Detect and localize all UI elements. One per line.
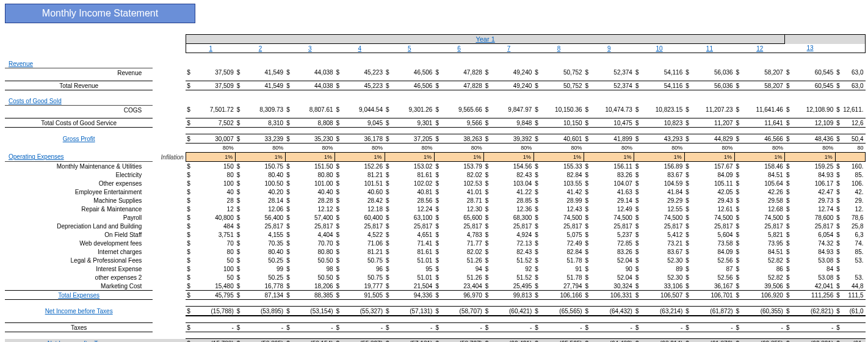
value-cell: 44,829 <box>690 134 735 144</box>
value-cell: 25,8 <box>841 222 866 230</box>
value-cell: 12 <box>192 205 236 213</box>
value-cell: 25,817 <box>241 222 285 230</box>
value-cell: 30,324 <box>590 282 634 291</box>
value-cell: 54,116 <box>640 68 685 78</box>
inflation-cell: 1% <box>285 153 335 162</box>
value-cell: 50.50 <box>291 256 335 264</box>
value-cell: 12. <box>841 205 866 213</box>
niat-value: (61,872) <box>690 339 735 343</box>
nibt-value: (53,154) <box>291 307 335 316</box>
value-cell: 88,385 <box>291 291 335 300</box>
inflation-cell: 1% <box>634 153 684 162</box>
value-cell: 33,106 <box>640 282 685 291</box>
opex-row-label: Legal & Professional Fees <box>5 256 153 264</box>
value-cell: 27,794 <box>540 282 584 291</box>
value-cell: 10,474.73 <box>590 106 634 115</box>
value-cell: 52.30 <box>640 256 685 264</box>
value-cell: 53.08 <box>791 256 836 264</box>
niat-value: (60,355) <box>740 339 785 343</box>
month-header: 6 <box>434 44 483 53</box>
value-cell: 25,817 <box>640 222 685 230</box>
value-cell: 82.84 <box>540 170 584 179</box>
value-cell: 158.46 <box>740 162 785 171</box>
cogs-section: Costs of Good Sold <box>5 96 153 106</box>
value-cell: 153.02 <box>391 162 435 171</box>
month-header: 3 <box>285 44 335 53</box>
value-cell: 106. <box>841 179 866 187</box>
value-cell: 29. <box>841 196 866 205</box>
value-cell: 103.04 <box>490 179 533 187</box>
value-cell: 28.99 <box>540 196 584 205</box>
value-cell: 6,3 <box>841 230 866 239</box>
value-cell: 9,566 <box>440 118 484 128</box>
value-cell: 8,309.73 <box>241 106 285 115</box>
value-cell: 49,240 <box>490 81 533 90</box>
value-cell: 50,4 <box>841 134 866 144</box>
value-cell: 28.14 <box>241 196 285 205</box>
value-cell: 71.06 <box>341 239 385 247</box>
value-cell: 39,506 <box>740 282 785 291</box>
value-cell: 12.55 <box>640 205 685 213</box>
sheet-title: Monthly Income Statement <box>5 4 195 23</box>
value-cell: 84.93 <box>791 247 836 256</box>
value-cell: 78,6 <box>841 213 866 222</box>
value-cell: 48,436 <box>791 134 836 144</box>
value-cell: 50,752 <box>540 81 584 90</box>
value-cell: 60,400 <box>341 213 385 222</box>
value-cell: 78,600 <box>791 213 836 222</box>
nibt-value: (53,895) <box>241 307 285 316</box>
value-cell: 96,970 <box>440 291 484 300</box>
value-cell: 10,150.36 <box>540 106 584 115</box>
value-cell: 41,549 <box>241 68 285 78</box>
value-cell: 74,500 <box>640 213 685 222</box>
value-cell: 105.64 <box>740 179 785 187</box>
nibt-value: (62,821) <box>791 307 836 316</box>
opex-row-label: Monthly Maintenance & Utilities <box>5 162 153 171</box>
value-cell: 84.93 <box>791 170 836 179</box>
value-cell: 82.84 <box>540 247 584 256</box>
value-cell: 100 <box>192 179 236 187</box>
nibt-value: (55,327) <box>341 307 385 316</box>
income-statement-table: Year 112345678910111213RevenueRevenue$37… <box>5 34 866 342</box>
value-cell: 21,504 <box>391 282 435 291</box>
value-cell: 80 <box>192 170 236 179</box>
opex-row-label: On Field Staff <box>5 230 153 239</box>
inflation-cell <box>835 153 865 162</box>
spreadsheet-canvas[interactable]: Monthly Income Statement Year 1123456789… <box>0 0 868 342</box>
inflation-cell: 1% <box>236 153 285 162</box>
value-cell: 100 <box>192 264 236 273</box>
month-header: 8 <box>533 44 584 53</box>
value-cell: 46,506 <box>391 68 435 78</box>
value-cell: 25,817 <box>690 222 735 230</box>
value-cell: 7,501.72 <box>192 106 236 115</box>
value-cell: 56,036 <box>690 68 735 78</box>
value-cell: 4,651 <box>391 230 435 239</box>
value-cell: 10,475 <box>590 118 634 128</box>
opex-row-label: other expenses 2 <box>5 273 153 282</box>
value-cell: 50,752 <box>540 68 584 78</box>
taxes-value: - <box>590 323 634 332</box>
niat-value: (53,895) <box>241 339 285 343</box>
value-cell: 45,795 <box>192 291 236 300</box>
inflation-cell: 1% <box>385 153 434 162</box>
value-cell: 53. <box>841 256 866 264</box>
value-cell: 74,500 <box>590 213 634 222</box>
niat-label: Net Income after Taxes <box>5 339 153 343</box>
value-cell: 5,237 <box>590 230 634 239</box>
value-cell: 102.02 <box>391 179 435 187</box>
value-cell: 82.43 <box>490 170 533 179</box>
value-cell: 39,392 <box>490 134 533 144</box>
value-cell: 12.43 <box>540 205 584 213</box>
value-cell: 12.49 <box>590 205 634 213</box>
value-cell: 72.49 <box>540 239 584 247</box>
value-cell: 56,400 <box>241 213 285 222</box>
niat-value: (63,214) <box>640 339 685 343</box>
value-cell: 80.80 <box>291 170 335 179</box>
value-cell: 51.26 <box>440 273 484 282</box>
value-cell: 37,509 <box>192 68 236 78</box>
value-cell: 52.56 <box>690 273 735 282</box>
value-cell: 18,206 <box>291 282 335 291</box>
value-cell: 12.18 <box>341 205 385 213</box>
value-cell: 81.61 <box>391 170 435 179</box>
inflation-label: Infilation <box>153 153 186 162</box>
